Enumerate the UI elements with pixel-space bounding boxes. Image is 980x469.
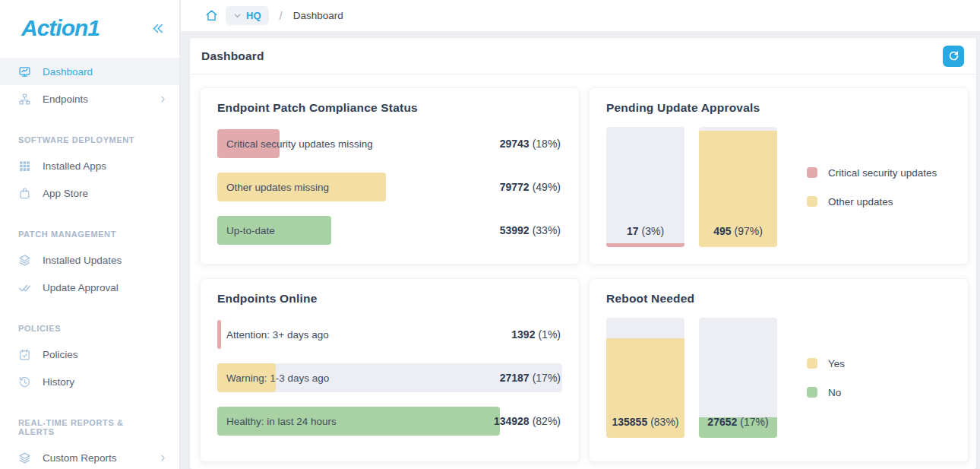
row-value: 29743(18%): [500, 138, 561, 150]
legend-swatch: [807, 196, 817, 207]
home-icon: [205, 9, 218, 22]
compliance-row-other[interactable]: Other updates missing 79772(49%): [217, 173, 562, 201]
sidebar-item-custom-reports[interactable]: Custom Reports: [0, 444, 179, 469]
online-row-healthy[interactable]: Healthy: in last 24 hours 134928(82%): [217, 407, 562, 436]
column-value: 27652(17%): [699, 416, 777, 428]
breadcrumb: HQ / Dashboard: [181, 0, 980, 32]
online-row-attention[interactable]: Attention: 3+ days ago 1392(1%): [217, 320, 562, 349]
calendar-check-icon: [18, 348, 31, 361]
card-title: Pending Update Approvals: [606, 101, 951, 115]
history-icon: [18, 376, 31, 388]
legend-label: Other updates: [828, 196, 893, 208]
row-value: 1392(1%): [511, 328, 561, 341]
layers-icon: [18, 254, 31, 267]
refresh-button[interactable]: [943, 46, 964, 67]
breadcrumb-separator: /: [280, 9, 283, 22]
legend: Yes No: [807, 318, 845, 438]
sidebar-item-label: Update Approval: [43, 282, 167, 293]
row-label: Healthy: in last 24 hours: [226, 416, 337, 427]
column-value: 495(97%): [699, 225, 777, 237]
section-header-reports-alerts: Real-Time Reports & Alerts: [0, 395, 179, 444]
card-title: Reboot Needed: [606, 292, 951, 306]
sidebar-item-label: Installed Updates: [43, 255, 167, 266]
double-check-icon: [18, 281, 31, 294]
card-title: Endpoints Online: [217, 292, 562, 306]
compliance-row-critical[interactable]: Critical security updates missing 29743(…: [217, 129, 562, 158]
sidebar-item-label: Installed Apps: [43, 160, 167, 172]
sidebar-item-label: App Store: [43, 188, 167, 199]
legend-item-no: No: [807, 387, 845, 398]
legend-label: Critical security updates: [828, 167, 937, 179]
card-endpoint-patch-compliance: Endpoint Patch Compliance Status Critica…: [200, 87, 580, 265]
card-reboot-needed: Reboot Needed 135855(83%) 27652(17%) Yes: [589, 278, 969, 462]
breadcrumb-page: Dashboard: [293, 10, 343, 21]
row-value: 27187(17%): [500, 372, 561, 384]
legend-label: No: [828, 387, 841, 398]
sidebar: Action1 Dashboard Endpoints Software Dep…: [0, 0, 180, 469]
sidebar-item-update-approval[interactable]: Update Approval: [0, 274, 179, 301]
compliance-row-uptodate[interactable]: Up-to-date 53992(33%): [217, 216, 562, 245]
sidebar-item-label: Policies: [43, 349, 167, 360]
section-header-software-deployment: Software Deployment: [0, 112, 179, 152]
sidebar-item-dashboard[interactable]: Dashboard: [0, 58, 179, 85]
main-panel: Dashboard Endpoint Patch Compliance Stat…: [190, 38, 976, 469]
row-value: 134928(82%): [494, 415, 561, 427]
row-label: Other updates missing: [226, 182, 329, 193]
page-title: Dashboard: [201, 49, 264, 63]
column-reboot-no[interactable]: 27652(17%): [699, 318, 777, 438]
column-value: 135855(83%): [606, 416, 684, 428]
card-title: Endpoint Patch Compliance Status: [217, 101, 562, 115]
row-label: Critical security updates missing: [226, 138, 373, 150]
bar-attention: [217, 320, 221, 349]
endpoints-icon: [18, 93, 31, 106]
row-label: Up-to-date: [226, 225, 275, 236]
shopping-bag-icon: [18, 187, 31, 200]
sidebar-item-endpoints[interactable]: Endpoints: [0, 85, 179, 112]
dashboard-icon: [18, 65, 31, 78]
legend: Critical security updates Other updates: [807, 127, 937, 247]
apps-grid-icon: [18, 160, 31, 173]
column-other-updates[interactable]: 495(97%): [699, 127, 777, 247]
legend-label: Yes: [828, 358, 845, 369]
card-endpoints-online: Endpoints Online Attention: 3+ days ago …: [200, 278, 580, 462]
sidebar-collapse-button[interactable]: [151, 22, 164, 35]
sidebar-item-history[interactable]: History: [0, 368, 179, 395]
legend-swatch: [807, 167, 817, 178]
row-value: 79772(49%): [500, 181, 561, 193]
home-breadcrumb-button[interactable]: [205, 9, 218, 22]
sidebar-item-installed-apps[interactable]: Installed Apps: [0, 152, 179, 179]
org-selector[interactable]: HQ: [226, 6, 269, 25]
row-label: Warning: 1-3 days ago: [226, 372, 329, 384]
column-reboot-yes[interactable]: 135855(83%): [606, 318, 684, 438]
sidebar-item-label: History: [43, 376, 167, 388]
column-value: 17(3%): [606, 225, 684, 237]
row-value: 53992(33%): [500, 224, 561, 236]
sidebar-item-label: Custom Reports: [43, 452, 147, 464]
legend-item-critical: Critical security updates: [807, 167, 937, 179]
sidebar-item-label: Dashboard: [43, 66, 167, 78]
legend-item-yes: Yes: [807, 358, 845, 369]
double-chevron-left-icon: [151, 22, 164, 35]
sidebar-item-policies[interactable]: Policies: [0, 341, 179, 368]
action1-logo: Action1: [21, 15, 100, 41]
sidebar-item-label: Endpoints: [43, 93, 147, 105]
legend-item-other: Other updates: [807, 196, 937, 208]
org-name: HQ: [246, 10, 261, 21]
sidebar-item-installed-updates[interactable]: Installed Updates: [0, 246, 179, 274]
section-header-patch-management: Patch Management: [0, 207, 179, 246]
refresh-icon: [948, 50, 959, 62]
column-critical-updates[interactable]: 17(3%): [606, 127, 684, 247]
column-fill: [606, 243, 684, 247]
chevron-down-icon: [233, 11, 242, 20]
chevron-right-icon: [159, 95, 167, 103]
row-label: Attention: 3+ days ago: [226, 329, 329, 341]
legend-swatch: [807, 387, 817, 398]
card-pending-update-approvals: Pending Update Approvals 17(3%) 495(97%)…: [589, 87, 969, 265]
chevron-right-icon: [159, 454, 167, 462]
online-row-warning[interactable]: Warning: 1-3 days ago 27187(17%): [217, 363, 562, 392]
section-header-policies: Policies: [0, 301, 179, 341]
sidebar-item-app-store[interactable]: App Store: [0, 179, 179, 207]
legend-swatch: [807, 358, 817, 369]
layers-icon: [18, 452, 31, 464]
